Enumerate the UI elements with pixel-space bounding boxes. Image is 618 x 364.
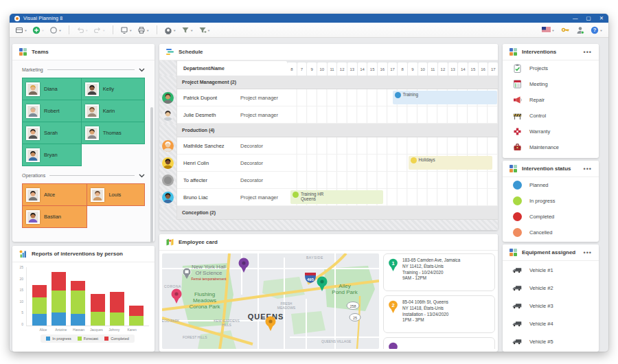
truck-icon bbox=[512, 320, 522, 328]
team-member[interactable]: Louis bbox=[87, 184, 145, 206]
chart-plot-area bbox=[26, 267, 149, 326]
status-planned[interactable]: Planned bbox=[503, 177, 599, 193]
team-member[interactable]: Alice bbox=[23, 184, 87, 206]
chevron-down-icon[interactable] bbox=[139, 68, 145, 72]
help-icon[interactable]: ? ▼ bbox=[591, 26, 603, 34]
intervention-type-projects[interactable]: Projects bbox=[503, 60, 599, 76]
title-bar[interactable]: Visual Planning 8 — ▢ ✕ bbox=[10, 14, 608, 23]
address-card-1[interactable]: 1 183-65 Camden Ave, Jamaica NY 11412, É… bbox=[383, 253, 495, 291]
address-card-2[interactable]: 2 85-04 106th St, Queens NY 11418, États… bbox=[383, 295, 495, 333]
add-icon[interactable]: ▼ bbox=[32, 26, 45, 34]
user-icon[interactable] bbox=[576, 26, 584, 34]
more-menu-icon[interactable]: ••• bbox=[584, 166, 592, 172]
task-training[interactable]: Training bbox=[393, 91, 497, 104]
team-member[interactable]: Sarah bbox=[23, 122, 82, 144]
intervention-type-repair[interactable]: Repair bbox=[503, 92, 599, 108]
timeline-row[interactable] bbox=[287, 106, 498, 124]
window-icon[interactable]: ▼ bbox=[15, 26, 27, 34]
group-divider-marketing[interactable]: Marketing bbox=[12, 60, 154, 78]
language-us-flag-icon[interactable]: ▼ bbox=[542, 27, 555, 33]
map-canvas[interactable]: 495 258 25 New York Hall bbox=[162, 253, 379, 349]
hour-cell: 13 bbox=[347, 62, 357, 76]
team-member[interactable]: Thomas bbox=[81, 122, 144, 144]
timeline-row[interactable]: Training bbox=[287, 89, 498, 106]
display-icon[interactable]: ▼ bbox=[120, 26, 133, 34]
filter-icon[interactable]: ▼ bbox=[181, 26, 194, 34]
address-card-3[interactable] bbox=[383, 337, 495, 349]
marketing-member-grid: Diana Kelly Robert Karin Sarah Thomas Br… bbox=[22, 78, 145, 166]
schedule-person-row[interactable]: Julie Desmeth Project manager bbox=[159, 106, 498, 124]
map-label: QUEENS VILLAGE bbox=[321, 339, 352, 343]
intervention-type-control[interactable]: Control bbox=[503, 108, 599, 124]
address-cards: 1 183-65 Camden Ave, Jamaica NY 11412, É… bbox=[383, 253, 495, 349]
more-menu-icon[interactable]: ••• bbox=[584, 49, 592, 55]
task-training-hr[interactable]: Training HR Queens bbox=[290, 190, 383, 204]
close-button[interactable]: ✕ bbox=[599, 14, 604, 23]
intervention-type-meeting[interactable]: Meeting bbox=[503, 76, 599, 92]
undo-icon[interactable]: ▼ bbox=[76, 26, 89, 34]
person-role: Decorator bbox=[240, 172, 287, 189]
schedule-group-row[interactable]: Project Management (2) bbox=[159, 76, 498, 89]
team-member[interactable]: Karin bbox=[81, 100, 144, 122]
team-member[interactable]: Robert bbox=[23, 100, 82, 122]
hour-cell: 15 bbox=[367, 62, 377, 76]
equipment-vehicle-5[interactable]: Vehicle #5 bbox=[503, 332, 599, 350]
equipment-vehicle-2[interactable]: Vehicle #2 bbox=[503, 279, 599, 297]
svg-text:258: 258 bbox=[350, 304, 356, 308]
task-holidays[interactable]: Holidays bbox=[409, 156, 493, 170]
person-name: Julie Desmeth bbox=[177, 106, 240, 124]
settings-gear-icon[interactable]: ▼ bbox=[164, 26, 176, 34]
schedule-person-row[interactable]: Mathilde Sanchez Decorator bbox=[159, 137, 498, 155]
teams-scrollbar[interactable] bbox=[150, 107, 153, 242]
chevron-down-icon[interactable] bbox=[139, 174, 145, 178]
hour-cell: 7 bbox=[297, 62, 307, 76]
print-icon[interactable]: ▼ bbox=[137, 26, 150, 34]
schedule-group-row[interactable]: Production (4) bbox=[159, 124, 498, 137]
equipment-vehicle-4[interactable]: Vehicle #4 bbox=[503, 315, 599, 332]
task-status-dot bbox=[395, 92, 401, 98]
truck-icon bbox=[512, 266, 522, 274]
equipment-vehicle-3[interactable]: Vehicle #3 bbox=[503, 297, 599, 315]
schedule-person-row[interactable]: Bruno Liac Project manager Training HR Q… bbox=[159, 189, 498, 206]
status-panel-icon bbox=[510, 165, 517, 172]
more-menu-icon[interactable]: ••• bbox=[584, 250, 592, 255]
timeline-row[interactable] bbox=[287, 172, 498, 189]
minimize-button[interactable]: — bbox=[573, 14, 578, 23]
redo-icon[interactable]: ▼ bbox=[93, 26, 106, 34]
filter-alt-icon[interactable]: ▼ bbox=[198, 26, 211, 34]
team-member[interactable]: Bryan bbox=[23, 144, 82, 166]
intervention-type-maintenance[interactable]: Maintenance bbox=[503, 139, 599, 155]
schedule-group-row[interactable]: Conception (2) bbox=[159, 206, 498, 220]
maximize-button[interactable]: ▢ bbox=[586, 14, 591, 23]
schedule-person-row[interactable]: Patrick Dupont Project manager Training bbox=[159, 89, 498, 106]
status-dot-icon bbox=[513, 228, 522, 237]
employee-title: Employee card bbox=[179, 239, 218, 245]
team-member[interactable]: Diana bbox=[23, 78, 82, 100]
key-icon[interactable] bbox=[561, 27, 570, 33]
team-member[interactable]: Bastian bbox=[23, 206, 87, 228]
bar-Antoine bbox=[49, 267, 68, 326]
intervention-type-warranty[interactable]: Warranty bbox=[503, 124, 599, 139]
timeline-row[interactable] bbox=[287, 137, 498, 155]
map[interactable]: 495 258 25 New York Hall bbox=[162, 253, 379, 349]
hour-cell: 10 bbox=[317, 62, 327, 76]
equipment-vehicle-1[interactable]: Vehicle #1 bbox=[503, 261, 599, 279]
status-circle-icon[interactable]: ▼ bbox=[49, 26, 62, 34]
department-name-header[interactable]: Department/Name bbox=[177, 61, 287, 76]
truck-icon bbox=[512, 284, 522, 292]
avatar bbox=[162, 157, 174, 169]
status-in-progress[interactable]: In progress bbox=[503, 193, 599, 209]
map-label: New York Hall bbox=[192, 264, 226, 270]
numbered-pin-icon: 2 bbox=[388, 300, 398, 315]
schedule-person-row[interactable]: To affecter Decorator bbox=[159, 172, 498, 189]
timeline-row[interactable]: Training HR Queens bbox=[287, 189, 498, 206]
status-completed[interactable]: Completed bbox=[503, 209, 599, 225]
group-label: Marketing bbox=[22, 67, 43, 72]
status-cancelled[interactable]: Cancelled bbox=[503, 225, 599, 240]
timeline-row[interactable]: Holidays bbox=[287, 155, 498, 172]
schedule-person-row[interactable]: Henri Colin Decorator Holidays bbox=[159, 155, 498, 172]
meeting-list-icon bbox=[512, 80, 522, 89]
truck-icon bbox=[512, 338, 522, 345]
group-divider-operations[interactable]: Operations bbox=[12, 166, 154, 183]
team-member[interactable]: Kelly bbox=[81, 78, 144, 100]
